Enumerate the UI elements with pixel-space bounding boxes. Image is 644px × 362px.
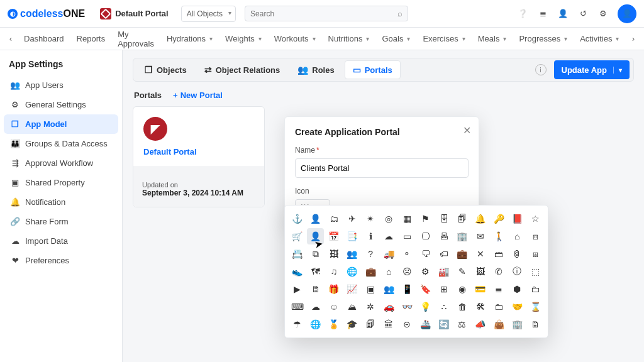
close-icon[interactable]: ✕ xyxy=(463,124,471,136)
icon-option-85[interactable]: 🌐 xyxy=(307,316,324,332)
icon-option-27[interactable]: ⧈ xyxy=(527,228,544,244)
icon-option-22[interactable]: 🖷 xyxy=(435,228,452,244)
update-app-button[interactable]: Update App ▾ xyxy=(554,60,630,79)
nav-meals[interactable]: Meals xyxy=(472,30,513,48)
icon-option-5[interactable]: ◎ xyxy=(380,211,397,227)
icon-option-18[interactable]: ℹ xyxy=(362,228,379,244)
icon-option-67[interactable]: ≣ xyxy=(491,281,508,297)
sidebar-item-groups-data-access[interactable]: 👪Groups & Data Access xyxy=(4,134,118,153)
icon-option-37[interactable]: 💼 xyxy=(453,246,470,262)
data-stack-icon[interactable]: ≣ xyxy=(537,9,548,18)
icon-option-61[interactable]: 👥 xyxy=(380,281,397,297)
icon-option-78[interactable]: ⛬ xyxy=(435,299,452,315)
icon-option-76[interactable]: 👓 xyxy=(399,299,416,315)
icon-option-91[interactable]: 🚢 xyxy=(417,316,434,332)
icon-option-3[interactable]: ✈ xyxy=(343,211,360,227)
icon-option-59[interactable]: 📈 xyxy=(343,281,360,297)
icon-option-28[interactable]: 📇 xyxy=(289,246,306,262)
icon-option-32[interactable]: ? xyxy=(362,246,379,262)
info-icon[interactable]: i xyxy=(535,64,547,75)
brand-logo[interactable]: ◐ codelessONE xyxy=(8,8,85,19)
icon-option-53[interactable]: ✆ xyxy=(491,263,508,280)
icon-option-12[interactable]: 📕 xyxy=(509,211,526,227)
icon-option-50[interactable]: 🏭 xyxy=(435,263,452,280)
sidebar-item-approval-workflow[interactable]: ⇶Approval Workflow xyxy=(4,153,118,173)
icon-option-68[interactable]: ⬢ xyxy=(509,281,526,297)
icon-option-44[interactable]: ♫ xyxy=(325,263,342,280)
icon-option-73[interactable]: ⛰ xyxy=(343,299,360,315)
nav-progresses[interactable]: Progresses xyxy=(513,30,574,48)
icon-option-0[interactable]: ⚓ xyxy=(289,211,306,227)
nav-goals[interactable]: Goals xyxy=(375,30,416,48)
icon-option-36[interactable]: 🏷 xyxy=(435,246,452,262)
icon-option-40[interactable]: 🛢 xyxy=(509,246,526,262)
icon-option-7[interactable]: ⚑ xyxy=(417,211,434,227)
icon-option-87[interactable]: 🎓 xyxy=(343,316,360,332)
icon-option-64[interactable]: ⊞ xyxy=(435,281,452,297)
icon-option-57[interactable]: 🗎 xyxy=(307,281,324,297)
portal-card[interactable]: ◤ Default Portal Updated on September 3,… xyxy=(133,106,265,207)
icon-option-70[interactable]: ⌨ xyxy=(289,299,306,315)
nav-hydrations[interactable]: Hydrations xyxy=(160,30,219,48)
icon-option-21[interactable]: 🖵 xyxy=(417,228,434,244)
icon-option-26[interactable]: ⌂ xyxy=(509,228,526,244)
icon-option-41[interactable]: ⧆ xyxy=(527,246,544,262)
icon-option-39[interactable]: 🗃 xyxy=(491,246,508,262)
nav-reports[interactable]: Reports xyxy=(70,30,112,48)
icon-option-29[interactable]: ⧉ xyxy=(307,246,324,262)
tab-roles[interactable]: 👥Roles xyxy=(290,60,341,79)
search-input[interactable] xyxy=(250,9,397,18)
icon-option-89[interactable]: 🏛 xyxy=(380,316,397,332)
sidebar-item-share-form[interactable]: 🔗Share Form xyxy=(4,212,118,231)
icon-option-4[interactable]: ✴ xyxy=(362,211,379,227)
icon-option-43[interactable]: 🗺 xyxy=(307,263,324,280)
icon-option-79[interactable]: 🗑 xyxy=(453,299,470,315)
icon-option-10[interactable]: 🔔 xyxy=(472,211,489,227)
icon-option-30[interactable]: 🖽 xyxy=(325,246,342,262)
icon-option-86[interactable]: 🏅 xyxy=(325,316,342,332)
nav-my-approvals[interactable]: My Approvals xyxy=(111,30,160,48)
icon-option-94[interactable]: 📣 xyxy=(472,316,489,332)
nav-scroll-left[interactable]: ‹ xyxy=(5,35,16,43)
portal-name-input[interactable] xyxy=(295,158,469,178)
icon-option-51[interactable]: ✎ xyxy=(453,263,470,280)
icon-option-6[interactable]: ▦ xyxy=(399,211,416,227)
update-app-dropdown-icon[interactable]: ▾ xyxy=(613,67,622,74)
icon-option-16[interactable]: 📅 xyxy=(325,228,342,244)
nav-activities[interactable]: Activities xyxy=(574,30,625,48)
tab-objects[interactable]: ❒Objects xyxy=(137,60,194,79)
icon-option-20[interactable]: ▭ xyxy=(399,228,416,244)
icon-option-48[interactable]: ☹ xyxy=(399,263,416,280)
icon-option-74[interactable]: ✲ xyxy=(362,299,379,315)
sidebar-item-notification[interactable]: 🔔Notification xyxy=(4,192,118,212)
new-portal-button[interactable]: + New Portal xyxy=(173,90,223,100)
icon-option-81[interactable]: 🗀 xyxy=(491,299,508,315)
nav-sleeps[interactable]: Sleeps xyxy=(625,30,626,48)
icon-option-84[interactable]: ☂ xyxy=(289,316,306,332)
nav-workouts[interactable]: Workouts xyxy=(268,30,322,48)
icon-option-2[interactable]: 🗂 xyxy=(325,211,342,227)
user-add-icon[interactable]: 👤 xyxy=(557,9,569,18)
icon-option-49[interactable]: ⚙ xyxy=(417,263,434,280)
icon-option-90[interactable]: ⊝ xyxy=(399,316,416,332)
icon-option-77[interactable]: 💡 xyxy=(417,299,434,315)
icon-option-71[interactable]: ☁ xyxy=(307,299,324,315)
icon-option-58[interactable]: 🎁 xyxy=(325,281,342,297)
icon-option-54[interactable]: ⓘ xyxy=(509,263,526,280)
tab-portals[interactable]: ▭Portals xyxy=(345,60,401,79)
icon-option-92[interactable]: 🔄 xyxy=(435,316,452,332)
icon-option-82[interactable]: 🤝 xyxy=(509,299,526,315)
icon-option-34[interactable]: ⚬ xyxy=(399,246,416,262)
icon-option-93[interactable]: ⚖ xyxy=(453,316,470,332)
icon-option-52[interactable]: 🖼 xyxy=(472,263,489,280)
icon-option-25[interactable]: 🚶 xyxy=(491,228,508,244)
sidebar-item-app-users[interactable]: 👥App Users xyxy=(4,75,118,95)
help-icon[interactable]: ❔ xyxy=(517,9,528,18)
icon-option-15[interactable]: 👤 xyxy=(307,228,324,244)
icon-option-62[interactable]: 📱 xyxy=(399,281,416,297)
icon-option-45[interactable]: 🌐 xyxy=(343,263,360,280)
icon-option-14[interactable]: 🛒 xyxy=(289,228,306,244)
icon-option-1[interactable]: 👤 xyxy=(307,211,324,227)
icon-option-17[interactable]: 📑 xyxy=(343,228,360,244)
icon-option-38[interactable]: ✕ xyxy=(472,246,489,262)
